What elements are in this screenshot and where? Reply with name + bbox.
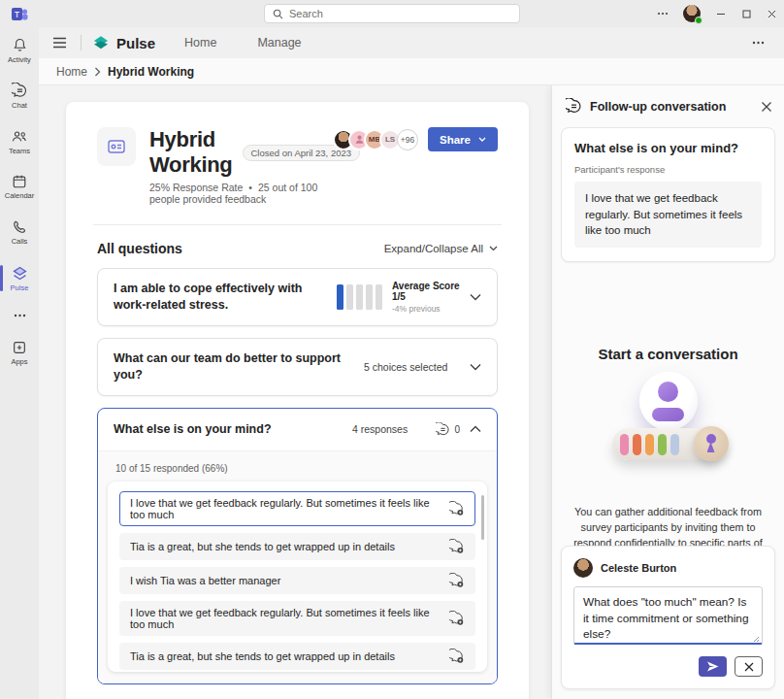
message-composer: Celeste Burton What does "too much" mean…	[561, 546, 775, 689]
response-row[interactable]: I love that we get feedback regularly. B…	[119, 601, 475, 636]
people-icon	[11, 128, 28, 145]
close-panel-button[interactable]	[761, 101, 772, 113]
avatar-overflow[interactable]: +96	[397, 129, 418, 150]
apps-plus-icon	[12, 340, 27, 355]
response-row[interactable]: I love that we get feedback regularly. B…	[119, 491, 475, 526]
question-text: What else is on your mind?	[114, 421, 335, 438]
ellipsis-icon	[14, 314, 26, 317]
tab-home[interactable]: Home	[184, 36, 216, 50]
pulse-app-logo-icon	[91, 33, 111, 52]
share-button[interactable]: Share	[428, 127, 498, 151]
phone-icon	[12, 219, 27, 235]
rail-item-teams[interactable]: Teams	[0, 118, 39, 164]
pulse-diamond-icon	[12, 265, 28, 282]
chat-icon	[12, 83, 28, 99]
responded-label: 10 of 15 responded (66%)	[115, 463, 487, 474]
rail-item-pulse[interactable]: Pulse	[0, 255, 39, 301]
teams-logo-icon: T	[12, 6, 28, 22]
person-bubble-icon	[639, 372, 698, 430]
question-card-open-feedback: What else is on your mind? 4 responses 0…	[97, 408, 498, 684]
comment-count: 0	[454, 424, 460, 435]
start-conversation-icon[interactable]	[449, 649, 465, 664]
response-row[interactable]: Tia is a great, but she tends to get wra…	[119, 533, 475, 560]
confidential-keyhole-icon	[694, 426, 729, 461]
response-rate: 25% Response Rate	[149, 182, 243, 193]
chevron-down-icon[interactable]	[470, 363, 481, 371]
responses-list: I love that we get feedback regularly. B…	[108, 482, 487, 672]
calendar-icon	[12, 174, 27, 189]
message-input[interactable]: What does "too much" mean? Is it time co…	[573, 586, 763, 645]
app-rail: Activity Chat Teams Calendar Calls Pulse…	[0, 27, 39, 699]
content-area: Hybrid Working Closed on April 23, 2023 …	[39, 85, 784, 699]
response-label: Participant's response	[574, 164, 762, 175]
conversation-illustration	[552, 372, 784, 473]
comment-bubble-icon	[436, 422, 450, 437]
titlebar-more-button[interactable]	[650, 0, 675, 27]
rail-more-button[interactable]	[0, 301, 39, 330]
close-window-button[interactable]	[759, 0, 784, 27]
app-more-button[interactable]	[748, 37, 768, 49]
rail-item-activity[interactable]: Activity	[0, 27, 39, 73]
app-header: Pulse Home Manage	[39, 27, 784, 58]
rail-item-chat[interactable]: Chat	[0, 73, 39, 118]
chevron-down-icon[interactable]	[470, 293, 481, 301]
panel-title: Follow-up conversation	[590, 100, 753, 114]
question-text: I am able to cope effectively with work-…	[114, 281, 319, 314]
cancel-button[interactable]	[735, 656, 763, 677]
hamburger-menu-icon[interactable]	[49, 33, 71, 52]
composer-avatar	[573, 558, 593, 578]
divider	[93, 224, 502, 225]
chevron-right-icon	[94, 67, 101, 77]
rail-item-apps[interactable]: Apps	[0, 330, 39, 376]
start-conversation-icon[interactable]	[449, 501, 465, 516]
conversation-icon	[566, 98, 582, 115]
question-meta: 5 choices selected	[346, 361, 460, 373]
breadcrumb-current: Hybrid Working	[108, 65, 194, 79]
rail-item-calls[interactable]: Calls	[0, 210, 39, 255]
svg-text:T: T	[15, 10, 20, 19]
start-conversation-icon[interactable]	[449, 573, 465, 588]
survey-icon	[97, 127, 136, 166]
start-heading: Start a conversation	[552, 346, 784, 362]
search-input[interactable]: Search	[264, 4, 520, 23]
window-titlebar: T Search	[0, 0, 784, 27]
survey-stats: 25% Response Rate•25 out of 100 people p…	[149, 182, 323, 205]
search-placeholder: Search	[289, 8, 323, 19]
rail-item-calendar[interactable]: Calendar	[0, 164, 39, 210]
user-avatar[interactable]	[683, 5, 701, 22]
page-title: Hybrid Working	[149, 127, 233, 178]
send-button[interactable]	[699, 656, 727, 677]
response-row[interactable]: I wish Tia was a better manager	[119, 567, 475, 594]
survey-card: Hybrid Working Closed on April 23, 2023 …	[66, 102, 529, 699]
maximize-button[interactable]	[734, 0, 759, 27]
all-questions-heading: All questions	[97, 241, 182, 256]
app-title: Pulse	[116, 35, 155, 51]
question-text: What can our team do better to support y…	[114, 350, 346, 383]
start-conversation-icon[interactable]	[449, 539, 465, 554]
bell-icon	[12, 37, 28, 53]
question-card-stress[interactable]: I am able to cope effectively with work-…	[97, 268, 498, 326]
divider	[81, 35, 82, 50]
avatar-group[interactable]: MB LS +96	[333, 129, 418, 150]
start-conversation-icon[interactable]	[449, 611, 465, 626]
participants-pill-icon	[612, 428, 725, 460]
response-quote: I love that we get feedback regularly. B…	[574, 182, 762, 248]
question-meta: 4 responses	[335, 423, 408, 435]
response-row[interactable]: Tia is a great, but she tends to get wra…	[119, 643, 475, 670]
tab-manage[interactable]: Manage	[257, 36, 301, 50]
minimize-button[interactable]	[708, 0, 734, 27]
resize-handle[interactable]	[753, 636, 760, 643]
followup-panel: Follow-up conversation What else is on y…	[551, 85, 784, 699]
participant-response-card: What else is on your mind? Participant's…	[561, 127, 775, 262]
breadcrumb: Home Hybrid Working	[39, 58, 784, 85]
search-icon	[273, 9, 283, 19]
score-bars	[337, 284, 382, 310]
breadcrumb-home-link[interactable]: Home	[56, 65, 87, 79]
scrollbar-thumb[interactable]	[481, 495, 484, 540]
chevron-up-icon[interactable]	[470, 425, 481, 433]
question-card-support[interactable]: What can our team do better to support y…	[97, 338, 498, 396]
expand-collapse-all-button[interactable]: Expand/Collapse All	[384, 243, 498, 254]
question-card-header[interactable]: What else is on your mind? 4 responses 0	[98, 409, 497, 450]
trend-label: -4% previous	[392, 304, 460, 314]
responses-section: 10 of 15 responded (66%) I love that we …	[98, 450, 497, 683]
